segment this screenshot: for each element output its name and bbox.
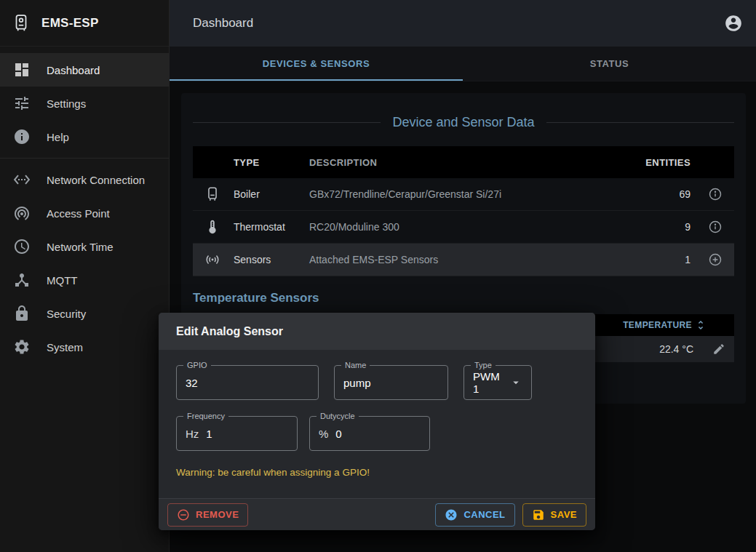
lock-icon [13,305,31,322]
tab-label: STATUS [590,58,629,69]
brand: EMS-ESP [0,0,169,47]
info-circle-icon[interactable] [691,187,723,201]
sidebar-item-network-time[interactable]: Network Time [0,230,169,263]
cancel-circle-icon [445,508,458,521]
col-description: DESCRIPTION [309,157,640,168]
tune-icon [13,95,31,112]
device-description: Attached EMS-ESP Sensors [309,254,640,265]
sidebar-item-label: Settings [47,97,86,110]
gpio-field-label: GPIO [183,361,211,370]
sidebar-item-dashboard[interactable]: Dashboard [0,53,169,87]
info-icon [13,128,31,145]
name-field-label: Name [341,361,370,370]
sidebar-divider [0,158,169,159]
gear-icon [13,338,31,356]
frequency-unit-prefix: Hz [186,428,199,440]
device-hub-icon [13,271,31,289]
temperature-value: 22.4 °C [659,343,693,355]
edit-analog-sensor-dialog: Edit Analog Sensor GPIO Name Type PWM 1 … [159,313,595,530]
sidebar: EMS-ESP Dashboard Settings Help Networ [0,0,170,552]
sidebar-item-label: MQTT [47,274,78,287]
info-circle-icon[interactable] [691,220,723,234]
device-type: Sensors [234,254,309,265]
dialog-title: Edit Analog Sensor [159,313,595,350]
dialog-body: GPIO Name Type PWM 1 Frequency Hz [159,350,595,498]
device-table-header: TYPE DESCRIPTION ENTITIES [193,146,734,178]
col-entities: ENTITIES [640,157,691,168]
col-temperature: TEMPERATURE [623,320,692,330]
frequency-input[interactable] [206,428,288,440]
sidebar-item-label: Help [47,131,69,143]
cancel-button-label: CANCEL [463,509,505,520]
remove-circle-icon [177,508,190,521]
sidebar-nav: Dashboard Settings Help Network Connecti… [0,47,169,364]
col-type: TYPE [234,157,309,168]
gpio-field[interactable]: GPIO [176,365,319,400]
sidebar-item-label: Dashboard [47,64,100,76]
dialog-footer: REMOVE CANCEL SAVE [159,498,595,530]
temperature-sensors-title: Temperature Sensors [193,291,734,305]
dutycycle-input[interactable] [335,428,421,440]
water-heater-icon [12,13,31,33]
gpio-input[interactable] [186,377,309,389]
sidebar-item-help[interactable]: Help [0,120,169,153]
sidebar-item-access-point[interactable]: Access Point [0,196,169,230]
clock-icon [13,238,31,255]
tab-status[interactable]: STATUS [463,47,756,81]
frequency-field[interactable]: Frequency Hz [176,416,298,451]
sidebar-item-label: Security [47,308,86,320]
type-select-value: PWM 1 [473,370,506,395]
appbar: Dashboard [170,0,756,47]
device-description: RC20/Moduline 300 [309,221,640,233]
device-type: Thermostat [234,221,309,233]
gpio-warning-text: Warning: be careful when assigning a GPI… [176,467,578,478]
save-button[interactable]: SAVE [522,503,586,527]
sidebar-item-label: System [47,341,83,353]
tab-devices-sensors[interactable]: DEVICES & SENSORS [170,47,463,81]
account-circle-icon[interactable] [724,14,743,33]
ethernet-icon [13,171,31,188]
save-button-label: SAVE [551,509,577,520]
dialog-field-row-1: GPIO Name Type PWM 1 [176,365,578,400]
remove-button[interactable]: REMOVE [167,503,248,527]
tab-label: DEVICES & SENSORS [263,58,370,69]
sidebar-item-network-connection[interactable]: Network Connection [0,163,169,196]
device-entities: 1 [640,254,691,265]
name-input[interactable] [343,377,439,389]
sidebar-item-mqtt[interactable]: MQTT [0,263,169,297]
add-circle-icon[interactable] [691,252,723,267]
save-floppy-icon [532,508,545,521]
sidebar-item-settings[interactable]: Settings [0,87,169,120]
chevron-down-icon [509,376,522,389]
page-title: Dashboard [193,16,724,31]
section-title-text: Device and Sensor Data [392,115,534,130]
dashboard-icon [13,61,31,79]
tab-bar: DEVICES & SENSORS STATUS [170,47,756,81]
sidebar-item-label: Network Connection [47,174,145,186]
sidebar-item-label: Network Time [47,241,114,253]
sidebar-item-system[interactable]: System [0,330,169,364]
sensors-icon [204,252,234,268]
table-row-sensors[interactable]: Sensors Attached EMS-ESP Sensors 1 [193,244,734,276]
name-field[interactable]: Name [334,365,448,400]
sidebar-item-label: Access Point [47,207,110,220]
device-entities: 9 [640,221,691,233]
dutycycle-field-label: Dutycycle [317,412,359,421]
boiler-icon [204,186,234,202]
dutycycle-field[interactable]: Dutycycle % [309,416,430,451]
device-description: GBx72/Trendline/Cerapur/Greenstar Si/27i [309,188,640,200]
table-row-boiler[interactable]: Boiler GBx72/Trendline/Cerapur/Greenstar… [193,178,734,211]
dutycycle-unit-prefix: % [319,428,328,440]
table-row-thermostat[interactable]: Thermostat RC20/Moduline 300 9 [193,211,734,244]
thermostat-icon [204,219,234,235]
frequency-field-label: Frequency [183,412,228,421]
type-select[interactable]: Type PWM 1 [463,365,532,400]
section-title: Device and Sensor Data [193,115,734,130]
edit-pencil-icon[interactable] [712,343,725,356]
cancel-button[interactable]: CANCEL [435,503,514,527]
type-field-label: Type [471,361,496,370]
wifi-tethering-icon [13,204,31,222]
device-entities: 69 [640,188,691,200]
unfold-more-icon[interactable] [695,319,707,331]
sidebar-item-security[interactable]: Security [0,297,169,330]
